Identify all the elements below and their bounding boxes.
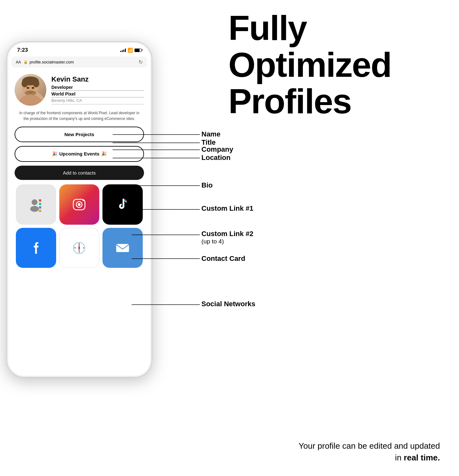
status-icons: 📶: [120, 48, 141, 53]
svg-rect-14: [39, 203, 41, 205]
mail-social-icon[interactable]: [102, 228, 143, 268]
phone-outer-shell: 7:23 📶 AA 🔒: [6, 41, 152, 378]
profile-content: Kevin Sanz Developer World Pixel Beverly…: [8, 69, 150, 273]
svg-text:N: N: [79, 242, 80, 244]
browser-url-container: 🔒 profile.socialmaster.com: [23, 60, 136, 64]
svg-text:S: S: [79, 251, 80, 253]
status-time: 7:23: [17, 47, 28, 53]
profile-title: Developer: [51, 85, 144, 91]
name-annotation: Name: [201, 130, 220, 138]
bio-annotation: Bio: [201, 181, 213, 189]
bio-label: Bio: [201, 181, 213, 189]
profile-name: Kevin Sanz: [51, 75, 144, 83]
bottom-text-line2: in: [395, 453, 403, 462]
signal-icon: [120, 48, 126, 52]
svg-rect-15: [39, 206, 41, 208]
social-label: Social Networks: [201, 300, 255, 308]
svg-point-21: [83, 200, 84, 201]
svg-point-6: [27, 87, 29, 89]
bottom-text-bold: real time.: [404, 453, 440, 462]
social-annotation: Social Networks: [201, 300, 255, 308]
company-annotation: Company: [201, 145, 233, 154]
svg-point-11: [32, 199, 37, 205]
svg-rect-13: [39, 199, 41, 202]
facebook-social-icon[interactable]: [16, 228, 56, 268]
instagram-social-icon[interactable]: [59, 184, 100, 225]
bottom-text-line1: Your profile can be edited and updated: [298, 441, 440, 451]
profile-info: Kevin Sanz Developer World Pixel Beverly…: [51, 75, 144, 104]
browser-aa: AA: [16, 60, 21, 64]
status-bar: 7:23 📶: [8, 43, 150, 55]
link2-sub-label: (up to 4): [201, 238, 224, 245]
svg-point-5: [33, 80, 39, 87]
location-label: Location: [201, 154, 231, 162]
contact-card-button[interactable]: Add to contacts: [15, 166, 144, 180]
url-text: profile.socialmaster.com: [30, 60, 74, 64]
wifi-icon: 📶: [128, 48, 133, 53]
bottom-text: Your profile can be edited and updated i…: [256, 440, 440, 463]
custom-link-1-button[interactable]: New Projects: [15, 127, 144, 142]
svg-text:E: E: [83, 247, 84, 249]
svg-rect-9: [28, 95, 33, 99]
social-icons-grid: N S E W: [15, 184, 144, 268]
refresh-icon[interactable]: ↻: [139, 59, 143, 65]
tiktok-social-icon[interactable]: [102, 184, 143, 225]
profile-location: Beverly Hills, CA: [51, 98, 144, 104]
svg-rect-35: [116, 244, 129, 252]
custom-link-2-button[interactable]: 🎉 Upcoming Events 🎉: [15, 146, 144, 162]
profile-header: Kevin Sanz Developer World Pixel Beverly…: [15, 74, 144, 106]
svg-point-4: [22, 80, 28, 87]
svg-point-12: [30, 206, 39, 212]
link2-label: Custom Link #2: [201, 230, 253, 238]
link1-annotation: Custom Link #1: [201, 204, 253, 213]
browser-bar: AA 🔒 profile.socialmaster.com ↻: [11, 56, 147, 68]
battery-icon: [134, 49, 141, 52]
heading-line1: Fully Optimized Profiles: [228, 10, 444, 120]
profile-bio: In charge of the frontend components at …: [15, 110, 144, 122]
name-label: Name: [201, 130, 220, 138]
location-annotation: Location: [201, 154, 231, 162]
link1-label: Custom Link #1: [201, 204, 253, 212]
svg-text:W: W: [74, 247, 76, 249]
svg-point-20: [78, 203, 81, 206]
profile-company: World Pixel: [51, 91, 144, 97]
svg-rect-16: [39, 210, 41, 212]
svg-point-7: [32, 87, 34, 89]
contact-label: Contact Card: [201, 255, 245, 262]
main-heading-section: Fully Optimized Profiles: [228, 10, 444, 120]
contact-annotation: Contact Card: [201, 255, 245, 263]
link2-annotation: Custom Link #2 (up to 4): [201, 230, 253, 245]
lock-icon: 🔒: [23, 60, 28, 64]
svg-point-28: [79, 247, 80, 248]
avatar: [15, 74, 46, 106]
contacts-social-icon[interactable]: [16, 184, 56, 225]
safari-social-icon[interactable]: N S E W: [59, 228, 100, 268]
phone-mockup: 7:23 📶 AA 🔒: [6, 41, 155, 390]
company-label: Company: [201, 145, 233, 153]
phone-screen: 7:23 📶 AA 🔒: [8, 43, 150, 376]
